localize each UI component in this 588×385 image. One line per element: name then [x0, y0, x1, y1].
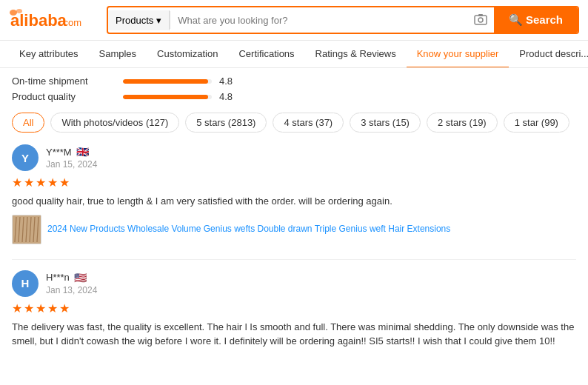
product-link-0[interactable]: 2024 New Products Wholesale Volume Geniu…	[47, 223, 450, 235]
reviewer-name-row-1: H***n 🇺🇸	[46, 272, 97, 284]
stars-0: ★ ★ ★ ★ ★	[12, 175, 576, 190]
chip-4stars[interactable]: 4 stars (37)	[273, 113, 344, 133]
svg-point-3	[16, 9, 22, 13]
star-4-r1: ★	[47, 301, 58, 315]
search-category-dropdown[interactable]: Products ▾	[108, 10, 170, 30]
tab-key-attributes[interactable]: Key attributes	[9, 41, 89, 68]
chip-2stars[interactable]: 2 stars (19)	[427, 113, 498, 133]
star-4: ★	[47, 175, 58, 190]
tab-know-your-supplier[interactable]: Know your supplier	[407, 41, 510, 68]
tab-product-description[interactable]: Product descri...	[509, 41, 588, 68]
star-3-r1: ★	[36, 301, 46, 315]
flag-icon-0: 🇬🇧	[76, 146, 89, 158]
chip-1star[interactable]: 1 star (99)	[504, 113, 569, 133]
svg-rect-4	[475, 16, 487, 24]
nav-tabs: Key attributes Samples Customization Cer…	[0, 41, 588, 68]
tab-certifications[interactable]: Certifications	[228, 41, 304, 68]
filter-chips: All With photos/videos (127) 5 stars (28…	[12, 113, 576, 133]
chip-all[interactable]: All	[12, 113, 44, 133]
rating-bar-ontime	[123, 79, 212, 84]
rating-label-quality: Product quality	[12, 91, 116, 102]
camera-icon[interactable]	[467, 12, 494, 29]
product-link-wrap-0: 2024 New Products Wholesale Volume Geniu…	[12, 215, 576, 244]
tab-samples[interactable]: Samples	[89, 41, 147, 68]
rating-value-quality: 4.8	[219, 91, 233, 102]
search-button[interactable]: 🔍 Search	[494, 7, 578, 33]
review-text-0: good quality hair, true to length & I am…	[12, 194, 576, 209]
tab-customization[interactable]: Customization	[147, 41, 228, 68]
header: alibaba .com Products ▾ 🔍 Search	[0, 0, 588, 41]
reviewer-info-0: Y***M 🇬🇧 Jan 15, 2024	[46, 146, 97, 170]
star-2: ★	[24, 175, 34, 190]
rating-fill-quality	[123, 95, 208, 99]
star-5-r1: ★	[59, 301, 70, 315]
review-card-0: Y Y***M 🇬🇧 Jan 15, 2024 ★ ★ ★ ★ ★ good q…	[12, 144, 576, 244]
rating-label-ontime: On-time shipment	[12, 76, 116, 87]
reviewer-header-0: Y Y***M 🇬🇧 Jan 15, 2024	[12, 144, 576, 171]
star-5: ★	[59, 175, 70, 190]
chip-5stars[interactable]: 5 stars (2813)	[185, 113, 267, 133]
search-icon: 🔍	[509, 13, 526, 26]
chevron-down-icon: ▾	[156, 15, 161, 26]
star-3: ★	[36, 175, 46, 190]
reviewer-name-0: Y***M	[46, 147, 72, 158]
review-date-0: Jan 15, 2024	[46, 159, 97, 170]
chip-3stars[interactable]: 3 stars (15)	[350, 113, 421, 133]
star-1-r1: ★	[12, 301, 22, 315]
reviewer-name-1: H***n	[46, 272, 70, 283]
logo[interactable]: alibaba .com	[9, 7, 98, 33]
rating-row-ontime: On-time shipment 4.8	[12, 76, 576, 87]
svg-text:.com: .com	[61, 17, 81, 28]
svg-rect-6	[478, 14, 483, 16]
tab-ratings-reviews[interactable]: Ratings & Reviews	[305, 41, 407, 68]
review-text-1: The delivery was fast, the quality is ex…	[12, 320, 576, 349]
review-card-1: H H***n 🇺🇸 Jan 13, 2024 ★ ★ ★ ★ ★ The de…	[12, 270, 576, 349]
chip-photos[interactable]: With photos/videos (127)	[50, 113, 179, 133]
reviewer-name-row-0: Y***M 🇬🇧	[46, 146, 97, 158]
reviewer-info-1: H***n 🇺🇸 Jan 13, 2024	[46, 272, 97, 295]
rating-value-ontime: 4.8	[219, 76, 233, 87]
avatar-0: Y	[12, 144, 39, 171]
divider-0	[12, 259, 576, 260]
star-2-r1: ★	[24, 301, 34, 315]
ratings-section: On-time shipment 4.8 Product quality 4.8	[12, 76, 576, 102]
search-input[interactable]	[170, 10, 467, 30]
category-label: Products	[116, 15, 153, 26]
rating-row-quality: Product quality 4.8	[12, 91, 576, 102]
flag-icon-1: 🇺🇸	[74, 272, 87, 284]
stars-1: ★ ★ ★ ★ ★	[12, 301, 576, 315]
svg-point-5	[478, 18, 483, 22]
rating-fill-ontime	[123, 79, 208, 84]
rating-bar-quality	[123, 95, 212, 99]
reviewer-header-1: H H***n 🇺🇸 Jan 13, 2024	[12, 270, 576, 297]
review-date-1: Jan 13, 2024	[46, 285, 97, 295]
main-content: On-time shipment 4.8 Product quality 4.8…	[0, 68, 588, 371]
svg-text:alibaba: alibaba	[10, 11, 67, 30]
search-bar: Products ▾ 🔍 Search	[107, 6, 579, 34]
product-thumb-0	[12, 215, 41, 244]
avatar-1: H	[12, 270, 39, 297]
star-1: ★	[12, 175, 22, 190]
svg-point-2	[10, 10, 17, 16]
